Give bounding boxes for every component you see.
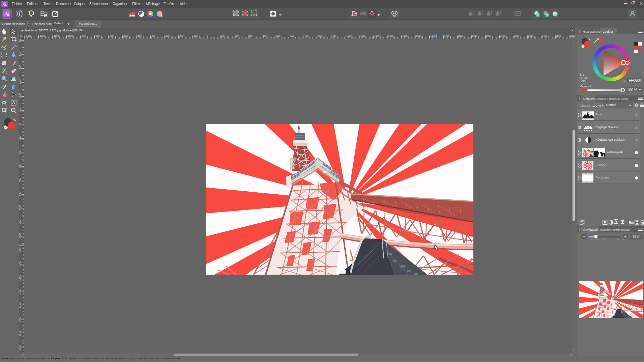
svg-text:A: A [12, 100, 15, 105]
